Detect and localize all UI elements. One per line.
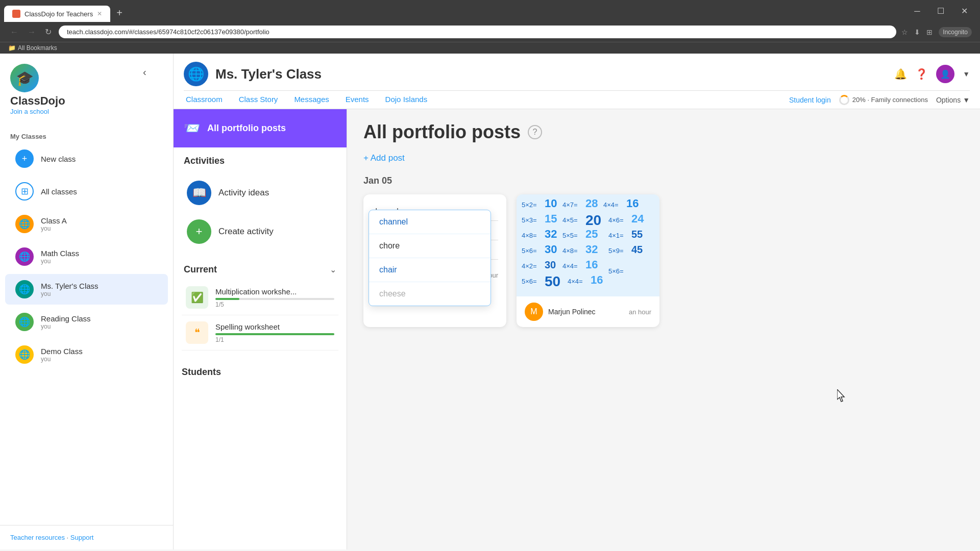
notifications-button[interactable]: 🔔 xyxy=(894,68,907,80)
back-button[interactable]: ← xyxy=(8,26,20,39)
post-image-time: an hour xyxy=(629,308,651,316)
family-progress-ring xyxy=(839,95,849,105)
svg-text:10: 10 xyxy=(545,197,557,210)
student-login-link[interactable]: Student login xyxy=(789,96,831,104)
bookmarks-label[interactable]: All Bookmarks xyxy=(18,44,57,52)
support-link[interactable]: Support xyxy=(70,534,94,541)
svg-text:4×7=: 4×7= xyxy=(562,201,578,209)
sidebar-item-math-class[interactable]: 🌐 Math Class you xyxy=(5,241,168,272)
incognito-label: Incognito xyxy=(939,27,972,37)
new-class-icon: + xyxy=(15,149,34,168)
sidebar-item-demo-class[interactable]: 🌐 Demo Class you xyxy=(5,339,168,370)
worksheet-item-0[interactable]: ✅ Multiplication workshe... 1/5 xyxy=(182,280,338,315)
svg-text:5×5=: 5×5= xyxy=(562,232,578,239)
maximize-button[interactable]: ☐ xyxy=(929,3,952,19)
family-connections-label[interactable]: 20% · Family connections xyxy=(852,96,928,104)
user-avatar-button[interactable]: 👤 xyxy=(936,65,954,83)
activity-ideas-icon: 📖 xyxy=(187,181,211,205)
worksheet-count-1: 1/1 xyxy=(215,336,334,343)
sidebar-item-reading-class[interactable]: 🌐 Reading Class you xyxy=(5,307,168,337)
close-button[interactable]: ✕ xyxy=(952,3,976,19)
bookmarks-bar: 📁 All Bookmarks xyxy=(0,42,980,54)
svg-text:50: 50 xyxy=(545,273,560,289)
extension-icon[interactable]: ⊞ xyxy=(926,28,933,36)
dropdown-item-chair[interactable]: chair xyxy=(369,258,491,282)
ms-tylers-class-icon: 🌐 xyxy=(15,280,34,298)
svg-text:4×1=: 4×1= xyxy=(608,232,624,239)
sidebar-item-new-class[interactable]: + New class xyxy=(5,143,168,174)
math-svg: 5×2= 10 4×7= 28 4×4= 16 5×3= 15 4×5= 20 xyxy=(517,194,659,296)
all-portfolio-posts-button[interactable]: 📨 All portfolio posts xyxy=(174,109,347,147)
class-a-icon: 🌐 xyxy=(15,215,34,233)
post-image-author-avatar: M xyxy=(525,303,543,321)
demo-class-icon: 🌐 xyxy=(15,345,34,364)
svg-text:32: 32 xyxy=(585,243,598,256)
portfolio-posts-label: All portfolio posts xyxy=(207,123,286,134)
tab-class-story[interactable]: Class Story xyxy=(237,91,280,109)
svg-text:5×2=: 5×2= xyxy=(522,201,537,209)
new-class-label: New class xyxy=(41,155,76,163)
worksheet-progress-0 xyxy=(215,298,334,300)
sidebar-item-all-classes[interactable]: ⊞ All classes xyxy=(5,176,168,207)
teacher-resources-link[interactable]: Teacher resources xyxy=(10,534,65,541)
join-school-link[interactable]: Join a school xyxy=(10,108,49,115)
current-section-header[interactable]: Current ⌄ xyxy=(182,259,338,280)
worksheet-item-1[interactable]: ❝ Spelling worksheet 1/1 xyxy=(182,315,338,350)
post-card-image-footer: M Marjun Polinec an hour xyxy=(517,296,659,327)
sidebar-collapse-button[interactable]: ‹ xyxy=(143,66,146,78)
address-bar: ← → ↻ ☆ ⬇ ⊞ Incognito xyxy=(0,22,980,42)
app-sidebar: 🎓 ‹ ClassDojo Join a school My Classes +… xyxy=(0,54,174,549)
download-icon[interactable]: ⬇ xyxy=(914,28,920,36)
minimize-button[interactable]: ─ xyxy=(905,3,929,19)
tab-messages[interactable]: Messages xyxy=(292,91,331,109)
svg-text:5×3=: 5×3= xyxy=(522,216,537,224)
svg-text:24: 24 xyxy=(631,212,644,225)
add-post-button[interactable]: + Add post xyxy=(363,153,405,163)
svg-text:4×5=: 4×5= xyxy=(562,216,578,224)
forward-button[interactable]: → xyxy=(26,26,38,39)
svg-text:4×4=: 4×4= xyxy=(603,201,619,209)
options-button[interactable]: Options ▼ xyxy=(936,96,970,104)
dropdown-item-channel[interactable]: channel xyxy=(369,210,491,234)
svg-text:30: 30 xyxy=(545,259,556,270)
my-classes-label: My Classes xyxy=(0,129,173,142)
help-tooltip-icon[interactable]: ? xyxy=(528,125,542,139)
sidebar-item-ms-tylers-class[interactable]: 🌐 Ms. Tyler's Class you xyxy=(5,274,168,305)
new-tab-button[interactable]: + xyxy=(111,4,128,22)
activities-title: Activities xyxy=(182,156,338,166)
create-activity-item[interactable]: + Create activity xyxy=(182,212,338,251)
all-classes-icon: ⊞ xyxy=(15,182,34,201)
activity-ideas-item[interactable]: 📖 Activity ideas xyxy=(182,173,338,212)
autocomplete-dropdown: channel chore chair cheese xyxy=(369,210,491,306)
reload-button[interactable]: ↻ xyxy=(43,25,54,39)
reading-class-icon: 🌐 xyxy=(15,313,34,331)
svg-text:55: 55 xyxy=(631,229,643,240)
worksheet-title-0: Multiplication workshe... xyxy=(215,287,334,296)
sidebar-footer: Teacher resources · Support xyxy=(0,525,173,549)
user-menu-chevron[interactable]: ▼ xyxy=(963,70,970,78)
help-button[interactable]: ❓ xyxy=(915,68,928,80)
url-input[interactable] xyxy=(59,26,896,38)
options-chevron-icon: ▼ xyxy=(963,96,970,104)
sidebar-item-class-a[interactable]: 🌐 Class A you xyxy=(5,209,168,239)
tab-close-icon[interactable]: ✕ xyxy=(97,10,102,17)
tab-classroom[interactable]: Classroom xyxy=(184,91,225,109)
svg-text:5×6=: 5×6= xyxy=(522,278,537,285)
dropdown-item-cheese[interactable]: cheese xyxy=(369,282,491,306)
ms-tylers-class-name: Ms. Tyler's Class xyxy=(41,282,99,290)
dropdown-item-chore[interactable]: chore xyxy=(369,234,491,258)
svg-text:32: 32 xyxy=(545,228,557,240)
ms-tylers-class-sublabel: you xyxy=(41,290,99,297)
tab-dojo-islands[interactable]: Dojo Islands xyxy=(383,91,430,109)
svg-text:4×4=: 4×4= xyxy=(568,278,583,285)
worksheet-bar-1 xyxy=(215,333,334,335)
portfolio-main: All portfolio posts ? + Add post Jan 05 … xyxy=(347,109,980,549)
bookmark-icon[interactable]: ☆ xyxy=(901,28,908,36)
reading-class-sublabel: you xyxy=(41,323,91,330)
svg-text:30: 30 xyxy=(545,243,557,256)
class-a-sublabel: you xyxy=(41,225,67,232)
tab-events[interactable]: Events xyxy=(344,91,371,109)
worksheet-count-0: 1/5 xyxy=(215,301,334,308)
active-browser-tab[interactable]: ClassDojo for Teachers ✕ xyxy=(4,6,110,22)
post-card-image: 5×2= 10 4×7= 28 4×4= 16 5×3= 15 4×5= 20 xyxy=(517,194,659,327)
